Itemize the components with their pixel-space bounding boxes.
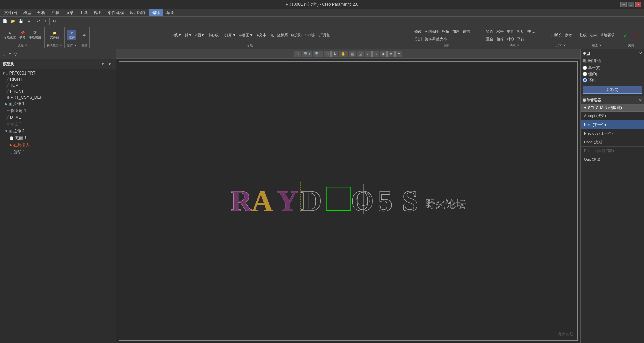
perpendicular-btn[interactable]: 垂直 bbox=[505, 28, 515, 35]
dim-length-btn[interactable]: ↔断长 bbox=[549, 32, 563, 39]
coord-btn[interactable]: ⊕ bbox=[82, 32, 87, 39]
midpoint-btn[interactable]: 中点 bbox=[526, 28, 536, 35]
dim-ref-btn[interactable]: 参考 bbox=[563, 32, 573, 39]
radio-single[interactable]: 单一(S) bbox=[583, 65, 642, 70]
close-button[interactable]: ✕ bbox=[635, 2, 641, 7]
radio-single-input[interactable] bbox=[583, 66, 587, 70]
tree-item-front[interactable]: ╱ FRONT bbox=[0, 88, 116, 94]
menu-offset[interactable]: 偏移 bbox=[149, 9, 163, 16]
reference-btn[interactable]: 📌参考 bbox=[18, 30, 27, 40]
menu-analysis[interactable]: 分析 bbox=[35, 9, 48, 16]
coord2-btn[interactable]: 坐标系 bbox=[276, 32, 289, 39]
expand-prt[interactable]: ▼ bbox=[1, 71, 6, 76]
tree-item-section1[interactable]: 📋 截面 1 bbox=[0, 135, 116, 142]
tree-item-dtm1[interactable]: ╱ DTM1 bbox=[0, 114, 116, 120]
shade-btn[interactable]: ▧调色 bbox=[317, 32, 331, 39]
tangent-btn[interactable]: 相切 bbox=[516, 28, 526, 35]
tree-item-right[interactable]: ╱ RIGHT bbox=[0, 76, 116, 82]
parallel-btn[interactable]: 平行 bbox=[516, 35, 526, 43]
menu-model[interactable]: 模型 bbox=[20, 9, 34, 16]
canvas-btn-zoomin[interactable]: 🔍+ bbox=[302, 51, 312, 57]
equal-btn[interactable]: 相等 bbox=[495, 35, 505, 43]
new-btn[interactable]: 📄 bbox=[1, 18, 9, 25]
canvas-btn-window[interactable]: ⊞ bbox=[324, 51, 331, 57]
canvas-btn-display1[interactable]: ⊕ bbox=[372, 51, 379, 57]
tree-expand-btn[interactable]: ⊞ bbox=[1, 50, 7, 58]
vertical-btn[interactable]: 竖直 bbox=[485, 28, 495, 35]
menu-view[interactable]: 视图 bbox=[91, 9, 104, 16]
canvas-btn-refit[interactable]: ⊡ bbox=[294, 51, 301, 57]
canvas-btn-rotate[interactable]: ↻ bbox=[331, 51, 338, 57]
project-btn[interactable]: ⊠投影 bbox=[290, 32, 303, 39]
tree-item-fillet1[interactable]: ✏ 倒圆角 1 bbox=[0, 107, 116, 114]
menu-sketch[interactable]: 草绘 bbox=[164, 9, 177, 16]
canvas-btn-edge[interactable]: ◱ bbox=[357, 51, 364, 57]
tree-control1[interactable]: ⚙ bbox=[100, 60, 106, 68]
redo-btn[interactable]: ↪ bbox=[42, 18, 48, 25]
point-btn[interactable]: ·点 bbox=[268, 32, 275, 39]
menu-next[interactable]: Next (下一个) bbox=[581, 120, 644, 129]
symmetric-btn[interactable]: 对称 bbox=[505, 35, 515, 43]
arc-btn[interactable]: 弧▼ bbox=[183, 32, 193, 39]
radio-chain[interactable]: 链(D) bbox=[583, 71, 642, 77]
save-btn[interactable]: 💾 bbox=[17, 18, 25, 25]
canvas-btn-display2[interactable]: ◈ bbox=[380, 51, 387, 57]
cancel-top-btn[interactable]: ✕ bbox=[632, 31, 641, 40]
radio-loop-input[interactable] bbox=[583, 78, 587, 82]
baseline-btn[interactable]: 基线 bbox=[578, 32, 588, 39]
tree-item-extrude1[interactable]: ▶ ▣ 拉伸 1 bbox=[0, 100, 116, 107]
ellipse-btn[interactable]: ⊙椭圆▼ bbox=[238, 32, 255, 39]
menu-done[interactable]: Done (完成) bbox=[581, 138, 644, 147]
file-clip-btn[interactable]: 📁文件截 bbox=[49, 30, 60, 40]
rect-btn[interactable]: ▭矩形▼ bbox=[220, 32, 237, 39]
menu-manager-close-btn[interactable]: ✕ bbox=[639, 98, 642, 103]
tree-control2[interactable]: ▼ bbox=[107, 60, 113, 68]
maximize-button[interactable]: □ bbox=[628, 2, 634, 7]
canvas-btn-wire[interactable]: ⊙ bbox=[365, 51, 372, 57]
select-btn[interactable]: 🖱选择 bbox=[67, 30, 76, 40]
modify-btn[interactable]: 修改 bbox=[413, 28, 423, 35]
menu-annotation[interactable]: 注释 bbox=[49, 9, 62, 16]
tree-settings-btn[interactable]: ≡ bbox=[7, 50, 12, 58]
minimize-button[interactable]: ─ bbox=[620, 2, 627, 7]
canvas-btn-display4[interactable]: ✦ bbox=[395, 51, 402, 57]
menu-flexible[interactable]: 柔性建模 bbox=[105, 9, 127, 16]
tree-item-sketch1[interactable]: ✏ 草面 1 bbox=[0, 120, 116, 128]
sketch-req-btn[interactable]: 草绘要求 bbox=[599, 32, 616, 39]
menu-file[interactable]: 文件(F) bbox=[1, 9, 20, 16]
tree-filter-btn[interactable]: ▽ bbox=[13, 50, 18, 58]
canvas-btn-pan[interactable]: ✋ bbox=[339, 51, 348, 57]
undo-btn[interactable]: ↩ bbox=[36, 18, 41, 25]
normal-btn[interactable]: 法向 bbox=[588, 32, 598, 39]
thicken-btn[interactable]: 加厚 bbox=[451, 28, 461, 35]
print-btn[interactable]: 🖨 bbox=[26, 18, 32, 25]
rotate-btn[interactable]: 旋转调整大小 bbox=[423, 35, 448, 43]
horizontal-btn[interactable]: 水平 bbox=[495, 28, 505, 35]
radio-loop[interactable]: 环(L) bbox=[583, 78, 642, 83]
tree-item-prt[interactable]: ▼ □ PRT0001.PRT bbox=[0, 70, 116, 76]
canvas-btn-shade[interactable]: ▦ bbox=[349, 51, 356, 57]
coincident-btn[interactable]: 重合 bbox=[485, 35, 495, 43]
window-controls[interactable]: ─ □ ✕ bbox=[620, 2, 641, 7]
circle-btn[interactable]: ○圆▼ bbox=[194, 32, 206, 39]
confirm-btn[interactable]: ✓ bbox=[620, 31, 630, 40]
radio-chain-input[interactable] bbox=[583, 72, 587, 76]
single-view-btn[interactable]: 🖼单绘视图 bbox=[28, 30, 42, 40]
menu-previous[interactable]: Previous (上一个) bbox=[581, 129, 644, 138]
type-close-icon[interactable]: ✕ bbox=[639, 51, 642, 56]
tree-item-csys[interactable]: ⊕ PRT_CSYS_DEF bbox=[0, 94, 116, 100]
divide-btn[interactable]: 分割 bbox=[413, 35, 423, 43]
corner-btn[interactable]: 拐角 bbox=[441, 28, 451, 35]
delete-seg-btn[interactable]: ✂删除段 bbox=[423, 28, 440, 35]
menu-tools[interactable]: 工具 bbox=[77, 9, 90, 16]
tree-item-top[interactable]: ╱ TOP bbox=[0, 82, 116, 88]
tree-item-offset1[interactable]: ⊞ 偏移 1 bbox=[0, 149, 116, 156]
sketch-settings-btn[interactable]: ⚙草绘设置 bbox=[3, 30, 17, 40]
mirror-btn[interactable]: 镜拱 bbox=[461, 28, 471, 35]
line-btn[interactable]: ╱线▼ bbox=[169, 32, 183, 39]
menu-render[interactable]: 渲染 bbox=[63, 9, 76, 16]
centerline-btn[interactable]: 中心线 bbox=[206, 32, 220, 39]
menu-apps[interactable]: 应用程序 bbox=[127, 9, 149, 16]
canvas-btn-display3[interactable]: ⊗ bbox=[387, 51, 395, 57]
menu-accept[interactable]: Accept (接受) bbox=[581, 112, 644, 120]
